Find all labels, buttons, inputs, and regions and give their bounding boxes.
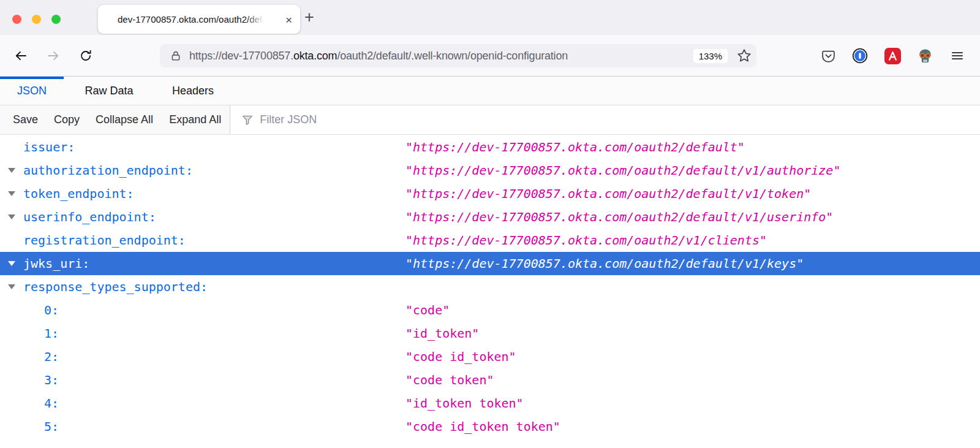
onepassword-icon	[852, 48, 868, 64]
json-key: response_types_supported:	[23, 275, 208, 298]
json-value: "code"	[405, 298, 450, 322]
skull-icon	[917, 48, 933, 64]
expand-arrow-icon[interactable]	[8, 191, 15, 196]
json-value: "code id_token"	[405, 345, 516, 368]
browser-window: dev-17700857.okta.com/oauth2/defa × + ht…	[0, 0, 980, 448]
onepassword-button[interactable]	[851, 47, 869, 64]
expand-arrow-icon[interactable]	[8, 261, 15, 266]
expand-arrow-icon[interactable]	[8, 215, 15, 219]
json-row[interactable]: registration_endpoint:"https://dev-17700…	[0, 229, 980, 252]
url-prefix: https://dev-17700857.	[189, 50, 293, 62]
json-row[interactable]: 0:"code"	[0, 298, 980, 322]
toolbar-button-copy[interactable]: Copy	[54, 113, 80, 126]
acrobat-a-icon	[884, 48, 901, 64]
viewer-tab-label: JSON	[17, 85, 47, 97]
viewer-tabs: JSONRaw DataHeaders	[0, 77, 980, 105]
viewer-toolbar: SaveCopyCollapse AllExpand All Filter JS…	[0, 105, 980, 135]
viewer-toolbar-buttons: SaveCopyCollapse AllExpand All	[0, 105, 230, 134]
tab-title: dev-17700857.okta.com/oauth2/defa	[118, 5, 268, 34]
viewer-tab-label: Headers	[172, 85, 214, 97]
new-tab-button[interactable]: +	[304, 8, 314, 27]
json-row[interactable]: 1:"id_token"	[0, 322, 980, 345]
viewer-tab-raw-data[interactable]: Raw Data	[64, 77, 154, 105]
expand-arrow-icon[interactable]	[8, 284, 15, 289]
bookmark-star-icon[interactable]	[737, 48, 752, 63]
hamburger-menu-icon	[950, 48, 965, 63]
toolbar-button-expand-all[interactable]: Expand All	[169, 113, 221, 126]
expand-arrow-icon[interactable]	[8, 168, 15, 173]
forward-button[interactable]	[43, 46, 63, 66]
json-key: 1:	[44, 322, 59, 345]
json-value: "code token"	[405, 368, 494, 392]
json-key: 5:	[44, 415, 59, 438]
skull-extension-button[interactable]	[916, 47, 933, 64]
json-row[interactable]: issuer:"https://dev-17700857.okta.com/oa…	[0, 135, 980, 159]
json-rows: issuer:"https://dev-17700857.okta.com/oa…	[0, 135, 980, 438]
url-text: https://dev-17700857.okta.com/oauth2/def…	[189, 50, 568, 63]
pocket-button[interactable]	[820, 47, 837, 64]
viewer-tab-headers[interactable]: Headers	[154, 77, 232, 105]
json-key: 2:	[44, 345, 59, 368]
json-row[interactable]: userinfo_endpoint:"https://dev-17700857.…	[0, 205, 980, 229]
macos-maximize-button[interactable]	[51, 15, 61, 24]
json-value: "code id_token token"	[405, 415, 560, 438]
json-value: "https://dev-17700857.okta.com/oauth2/v1…	[405, 229, 767, 252]
json-value: "https://dev-17700857.okta.com/oauth2/de…	[405, 252, 804, 275]
json-key: registration_endpoint:	[23, 229, 186, 252]
json-row[interactable]: 5:"code id_token token"	[0, 415, 980, 438]
json-value: "https://dev-17700857.okta.com/oauth2/de…	[405, 159, 840, 182]
back-button[interactable]	[11, 46, 31, 66]
macos-minimize-button[interactable]	[32, 15, 41, 24]
json-key: 0:	[44, 298, 59, 322]
toolbar-button-save[interactable]: Save	[13, 113, 38, 126]
zoom-level-badge[interactable]: 133%	[693, 49, 728, 63]
tab-close-icon[interactable]: ×	[285, 13, 292, 25]
json-value: "https://dev-17700857.okta.com/oauth2/de…	[405, 135, 745, 159]
reload-icon	[78, 48, 93, 63]
json-value: "id_token token"	[405, 392, 524, 415]
json-row[interactable]: response_types_supported:	[0, 275, 980, 298]
pocket-icon	[821, 48, 836, 64]
viewer-tab-label: Raw Data	[85, 85, 133, 97]
reload-button[interactable]	[76, 46, 96, 66]
json-row[interactable]: authorization_endpoint:"https://dev-1770…	[0, 159, 980, 182]
json-key: issuer:	[23, 135, 75, 159]
json-key: jwks_uri:	[23, 252, 89, 275]
url-domain: okta.com	[293, 50, 337, 62]
json-row[interactable]: token_endpoint:"https://dev-17700857.okt…	[0, 182, 980, 205]
toolbar-button-collapse-all[interactable]: Collapse All	[96, 113, 153, 126]
json-key: token_endpoint:	[23, 182, 134, 205]
url-bar[interactable]: https://dev-17700857.okta.com/oauth2/def…	[160, 44, 756, 67]
filter-funnel-icon	[241, 114, 254, 126]
json-value: "https://dev-17700857.okta.com/oauth2/de…	[405, 205, 833, 229]
forward-arrow-icon	[46, 48, 61, 63]
json-key: 3:	[44, 368, 59, 392]
json-key: authorization_endpoint:	[23, 159, 193, 182]
json-row[interactable]: 3:"code token"	[0, 368, 980, 392]
back-arrow-icon	[13, 48, 28, 63]
macos-close-button[interactable]	[12, 15, 21, 24]
json-value: "https://dev-17700857.okta.com/oauth2/de…	[405, 182, 811, 205]
tab-bar: dev-17700857.okta.com/oauth2/defa × +	[0, 0, 980, 35]
json-value: "id_token"	[405, 322, 479, 345]
json-row-selected[interactable]: jwks_uri:"https://dev-17700857.okta.com/…	[0, 252, 980, 275]
json-key: 4:	[44, 392, 59, 415]
filter-json-input[interactable]: Filter JSON	[230, 105, 980, 134]
json-key: userinfo_endpoint:	[23, 205, 156, 229]
browser-tab[interactable]: dev-17700857.okta.com/oauth2/defa ×	[98, 5, 300, 34]
json-row[interactable]: 4:"id_token token"	[0, 392, 980, 415]
viewer-tab-json[interactable]: JSON	[0, 77, 64, 105]
menu-button[interactable]	[949, 47, 966, 64]
filter-placeholder: Filter JSON	[260, 113, 317, 126]
acrobat-extension-button[interactable]	[884, 47, 901, 64]
lock-icon[interactable]	[170, 50, 181, 61]
url-path: /oauth2/default/.well-known/openid-confi…	[337, 50, 568, 62]
json-row[interactable]: 2:"code id_token"	[0, 345, 980, 368]
navigation-toolbar: https://dev-17700857.okta.com/oauth2/def…	[0, 35, 980, 77]
